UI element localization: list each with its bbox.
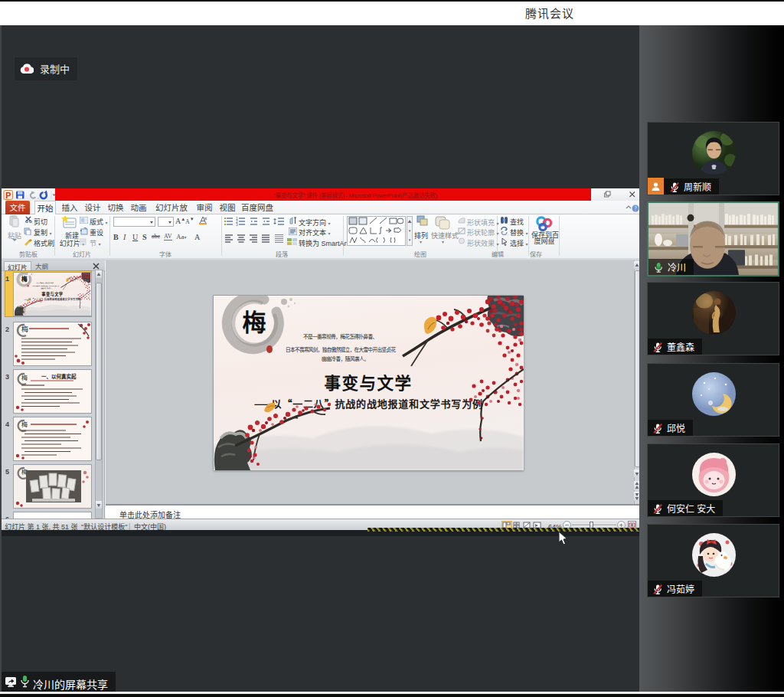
svg-text:不是一番寒彻骨，梅花怎得扑鼻香、: 不是一番寒彻骨，梅花怎得扑鼻香、 — [303, 332, 377, 340]
svg-text:梅: 梅 — [243, 303, 266, 338]
svg-text:事变与文学: 事变与文学 — [324, 370, 412, 394]
svg-text:日本不畏寒风剑，独自傲然挺立，在大雪中开出坚贞花: 日本不畏寒风剑，独自傲然挺立，在大雪中开出坚贞花 — [286, 345, 396, 353]
svg-text:3: 3 — [236, 222, 238, 226]
svg-text:幽幽冷香，随风袭人。: 幽幽冷香，随风袭人。 — [322, 355, 369, 362]
svg-text:——以“一二八”抗战的战地报道和文学书写为例: ——以“一二八”抗战的战地报道和文学书写为例 — [254, 396, 482, 411]
svg-text:P: P — [5, 191, 11, 200]
